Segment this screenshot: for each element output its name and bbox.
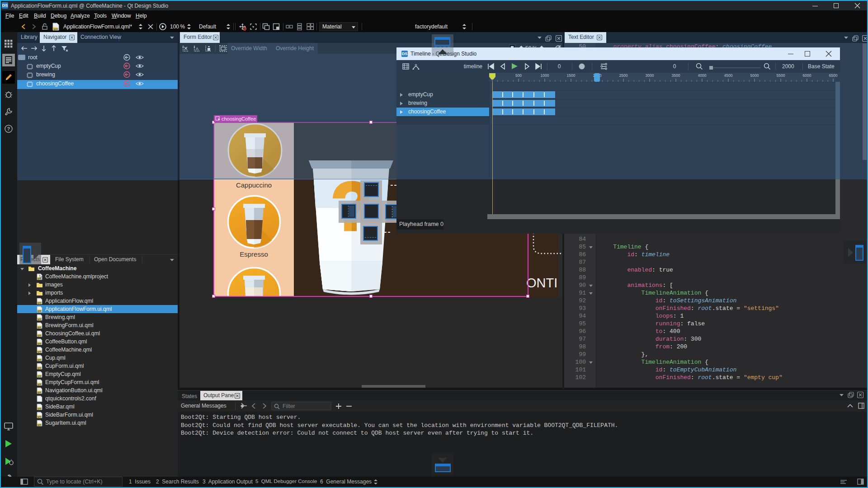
svg-text:qml: qml bbox=[38, 350, 42, 353]
svg-text:6500: 6500 bbox=[829, 73, 838, 78]
svg-text:5000: 5000 bbox=[750, 73, 759, 78]
svg-text:qml: qml bbox=[38, 342, 42, 345]
svg-text:qml: qml bbox=[38, 366, 42, 369]
svg-text:qml: qml bbox=[38, 334, 42, 337]
svg-text:3000: 3000 bbox=[646, 73, 654, 78]
svg-text:qml: qml bbox=[38, 407, 42, 410]
svg-text:3500: 3500 bbox=[672, 73, 680, 78]
svg-text:qml: qml bbox=[38, 383, 42, 385]
svg-text:qml: qml bbox=[38, 318, 42, 320]
svg-text:4000: 4000 bbox=[698, 73, 707, 78]
svg-text:qml: qml bbox=[38, 375, 42, 377]
svg-text:?: ? bbox=[7, 126, 10, 131]
svg-text:qml: qml bbox=[38, 326, 42, 328]
svg-text:qml: qml bbox=[38, 415, 42, 418]
svg-text:qml: qml bbox=[38, 358, 42, 361]
svg-text:6000: 6000 bbox=[803, 73, 811, 78]
svg-text:qml: qml bbox=[38, 310, 42, 312]
svg-text:4500: 4500 bbox=[724, 73, 733, 78]
svg-text:qml: qml bbox=[53, 28, 58, 30]
svg-text:qml: qml bbox=[38, 423, 42, 426]
svg-text:2500: 2500 bbox=[619, 73, 628, 78]
svg-text:A: A bbox=[196, 47, 198, 51]
svg-text:500: 500 bbox=[515, 73, 522, 78]
svg-text:qml: qml bbox=[38, 301, 42, 304]
svg-text:5500: 5500 bbox=[777, 73, 785, 78]
svg-text:1500: 1500 bbox=[567, 73, 576, 78]
svg-text:qml: qml bbox=[38, 391, 42, 394]
svg-text:1000: 1000 bbox=[541, 73, 549, 78]
